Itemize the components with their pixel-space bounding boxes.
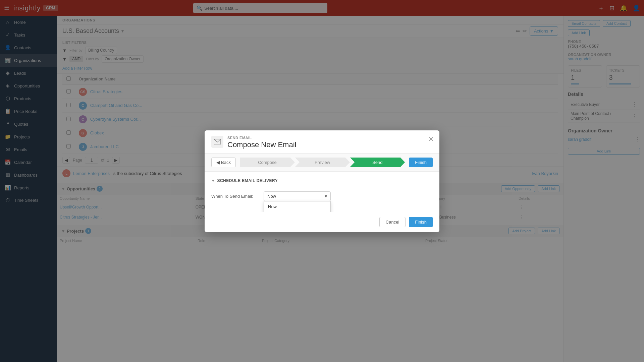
dropdown-open-menu: Now In 3 Hours Choose a Date and Time ✓ — [264, 201, 331, 212]
modal-subtitle: SEND EMAIL — [227, 136, 296, 140]
modal-backdrop: SEND EMAIL Compose New Email ✕ ◀ Back Co… — [0, 0, 644, 362]
back-arrow-icon: ◀ — [216, 160, 220, 165]
schedule-section-header: ▼ SCHEDULE EMAIL DELIVERY — [211, 178, 433, 186]
wizard-step-preview[interactable]: Preview — [295, 158, 350, 167]
dropdown-wrapper: Now In 3 Hours Choose a Date and Time ▼ … — [264, 191, 331, 201]
dropdown-option-now[interactable]: Now — [264, 201, 330, 212]
modal-title: Compose New Email — [227, 140, 296, 149]
when-to-send-label: When To Send Email: — [211, 194, 258, 199]
send-email-modal: SEND EMAIL Compose New Email ✕ ◀ Back Co… — [205, 130, 439, 232]
wizard-step-compose[interactable]: Compose — [240, 158, 295, 167]
modal-body: ▼ SCHEDULE EMAIL DELIVERY When To Send E… — [205, 172, 439, 212]
email-icon-wrapper — [211, 136, 223, 148]
wizard-step-send[interactable]: Send — [350, 158, 405, 167]
email-icon — [214, 139, 221, 144]
schedule-collapse-icon[interactable]: ▼ — [211, 179, 215, 183]
wizard-steps: ◀ Back Compose Preview Send Finish — [205, 154, 439, 172]
wizard-finish-button[interactable]: Finish — [409, 158, 433, 167]
when-to-send-select[interactable]: Now In 3 Hours Choose a Date and Time — [264, 191, 331, 201]
when-to-send-row: When To Send Email: Now In 3 Hours Choos… — [211, 191, 433, 201]
wizard-back-button[interactable]: ◀ Back — [211, 158, 236, 167]
modal-footer: Cancel Finish — [205, 212, 439, 232]
modal-header: SEND EMAIL Compose New Email ✕ — [205, 130, 439, 154]
cancel-button[interactable]: Cancel — [379, 217, 406, 227]
schedule-title: SCHEDULE EMAIL DELIVERY — [217, 178, 278, 183]
finish-button[interactable]: Finish — [409, 217, 433, 227]
modal-close-button[interactable]: ✕ — [428, 135, 434, 143]
